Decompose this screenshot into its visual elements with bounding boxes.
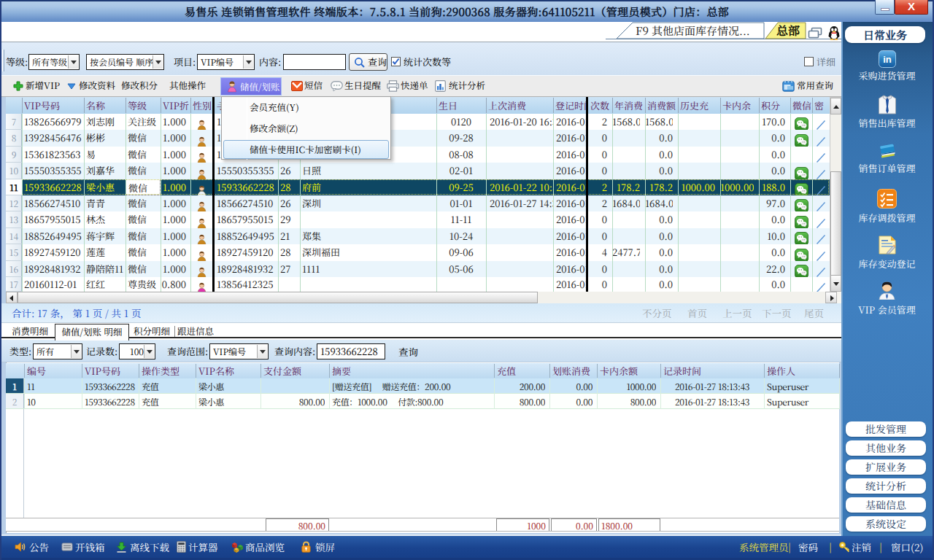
svg-text:in: in	[883, 54, 892, 65]
